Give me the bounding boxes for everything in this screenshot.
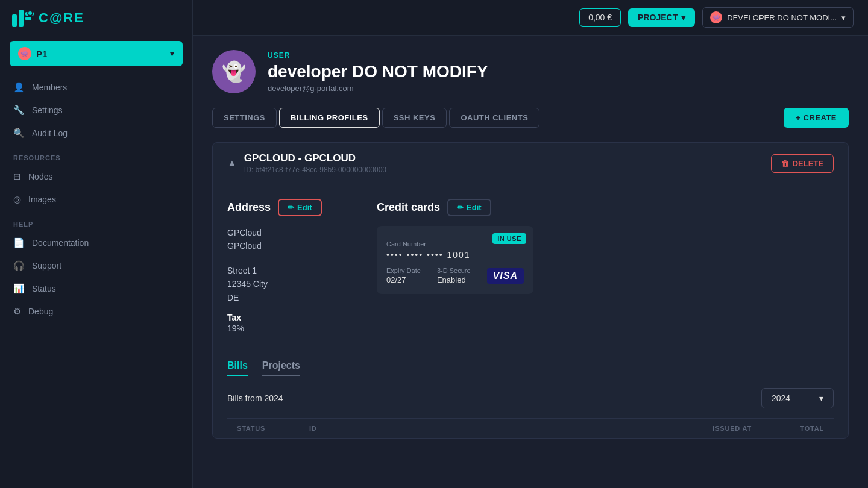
- in-use-badge: IN USE: [492, 233, 526, 244]
- billing-profile-id: ID: bf4f21c8-f77e-48cc-98b9-000000000000: [244, 166, 386, 174]
- pencil-icon: ✏: [288, 203, 294, 212]
- table-header: STATUS ID ISSUED AT TOTAL: [227, 418, 834, 438]
- address-title: Address: [227, 201, 271, 214]
- create-button[interactable]: + CREATE: [784, 108, 849, 128]
- sidebar-item-label: Support: [32, 261, 61, 271]
- sidebar-header: C@RE: [0, 0, 192, 36]
- pencil-icon: ✏: [457, 203, 464, 212]
- address-edit-button[interactable]: ✏ Edit: [278, 199, 322, 216]
- project-button[interactable]: PROJECT ▾: [628, 8, 695, 27]
- user-info: USER developer DO NOT MODIFY developer@g…: [268, 51, 488, 93]
- tab-oauth-clients[interactable]: OAUTH CLIENTS: [449, 108, 539, 128]
- credit-cards-section: Credit cards ✏ Edit IN USE Card Number •…: [377, 199, 834, 333]
- secure-value: Enabled: [437, 275, 471, 284]
- user-name: DEVELOPER DO NOT MODI...: [727, 13, 837, 22]
- year-dropdown-chevron-icon: ▾: [819, 393, 823, 403]
- collapse-button[interactable]: ▲: [227, 158, 237, 169]
- bills-tab-projects[interactable]: Projects: [262, 360, 300, 376]
- billing-card-body: Address ✏ Edit GPCloud GPCloud Street 1 …: [213, 184, 848, 348]
- sidebar-item-debug[interactable]: ⚙ Debug: [5, 300, 187, 323]
- sidebar-item-images[interactable]: ◎ Images: [5, 188, 187, 211]
- topbar: 0,00 € PROJECT ▾ 👾 DEVELOPER DO NOT MODI…: [193, 0, 868, 36]
- audit-icon: 🔍: [13, 128, 25, 139]
- user-display-name: developer DO NOT MODIFY: [268, 62, 488, 81]
- sidebar-item-members[interactable]: 👤 Members: [5, 76, 187, 99]
- sidebar-item-nodes[interactable]: ⊟ Nodes: [5, 165, 187, 188]
- docs-icon: 📄: [13, 237, 25, 248]
- balance-badge: 0,00 €: [579, 8, 621, 27]
- credit-cards-edit-button[interactable]: ✏ Edit: [447, 199, 491, 216]
- user-profile-header: 👻 USER developer DO NOT MODIFY developer…: [212, 50, 849, 93]
- sidebar-item-label: Settings: [32, 105, 63, 115]
- user-avatar-small: 👾: [710, 11, 722, 23]
- billing-profile-title: GPCLOUD - GPCLOUD: [244, 152, 386, 164]
- tax-label: Tax: [227, 313, 348, 322]
- billing-card: ▲ GPCLOUD - GPCLOUD ID: bf4f21c8-f77e-48…: [212, 142, 849, 439]
- members-icon: 👤: [13, 82, 25, 93]
- visa-logo: VISA: [487, 268, 524, 284]
- sidebar-item-label: Members: [32, 83, 67, 92]
- svg-rect-3: [25, 17, 31, 20]
- th-total: TOTAL: [752, 425, 824, 432]
- th-status: STATUS: [237, 425, 309, 432]
- content-area: 👻 USER developer DO NOT MODIFY developer…: [193, 36, 868, 488]
- sidebar-item-label: Status: [32, 284, 56, 293]
- tab-billing-profiles[interactable]: BILLING PROFILES: [279, 108, 380, 128]
- bills-header-row: Bills from 2024 2024 ▾: [227, 388, 834, 408]
- user-button[interactable]: 👾 DEVELOPER DO NOT MODI... ▾: [702, 7, 854, 28]
- sidebar-item-settings[interactable]: 🔧 Settings: [5, 99, 187, 122]
- sidebar-nav: 👤 Members 🔧 Settings 🔍 Audit Log RESOURC…: [0, 76, 192, 488]
- bills-tabs: Bills Projects: [227, 360, 834, 376]
- project-btn-chevron-icon: ▾: [681, 13, 685, 22]
- profile-tabs: SETTINGS BILLING PROFILES SSH KEYS OAUTH…: [212, 108, 539, 128]
- expiry-value: 02/27: [386, 275, 421, 284]
- delete-button[interactable]: 🗑 DELETE: [771, 154, 834, 173]
- sidebar: C@RE 👾 P1 ▾ 👤 Members 🔧 Settings 🔍 Audit…: [0, 0, 193, 488]
- trash-icon: 🗑: [781, 159, 789, 168]
- sidebar-item-label: Audit Log: [32, 128, 68, 138]
- debug-icon: ⚙: [13, 306, 21, 317]
- logo: C@RE: [12, 10, 84, 27]
- bills-year-label: Bills from 2024: [227, 393, 283, 403]
- tabs-row: SETTINGS BILLING PROFILES SSH KEYS OAUTH…: [212, 108, 849, 128]
- address-line-5: DE: [227, 291, 348, 304]
- user-role-label: USER: [268, 51, 488, 60]
- address-header: Address ✏ Edit: [227, 199, 348, 216]
- th-id: ID: [309, 425, 631, 432]
- address-line-4: 12345 City: [227, 277, 348, 290]
- year-dropdown[interactable]: 2024 ▾: [761, 388, 834, 408]
- address-line-3: Street 1: [227, 264, 348, 277]
- sidebar-item-label: Nodes: [28, 172, 52, 181]
- logo-text: C@RE: [39, 10, 84, 26]
- project-selector[interactable]: 👾 P1 ▾: [10, 41, 183, 66]
- svg-rect-1: [19, 10, 24, 27]
- nodes-icon: ⊟: [13, 171, 21, 182]
- sidebar-item-support[interactable]: 🎧 Support: [5, 254, 187, 277]
- edit-btn-label: Edit: [467, 203, 482, 212]
- help-section-label: HELP: [5, 211, 187, 231]
- status-icon: 📊: [13, 283, 25, 294]
- tab-settings[interactable]: SETTINGS: [212, 108, 277, 128]
- billing-card-header: ▲ GPCLOUD - GPCLOUD ID: bf4f21c8-f77e-48…: [213, 143, 848, 184]
- project-btn-label: PROJECT: [638, 13, 678, 22]
- settings-icon: 🔧: [13, 105, 25, 116]
- secure-label: 3-D Secure: [437, 267, 471, 274]
- billing-card-header-left: ▲ GPCLOUD - GPCLOUD ID: bf4f21c8-f77e-48…: [227, 152, 386, 174]
- sidebar-item-audit-log[interactable]: 🔍 Audit Log: [5, 122, 187, 145]
- sidebar-item-documentation[interactable]: 📄 Documentation: [5, 231, 187, 254]
- th-issued-at: ISSUED AT: [631, 425, 752, 432]
- logo-icon: [12, 10, 34, 27]
- expiry-label: Expiry Date: [386, 267, 421, 274]
- svg-rect-0: [12, 14, 17, 27]
- bills-tab-bills[interactable]: Bills: [227, 360, 248, 376]
- edit-btn-label: Edit: [297, 203, 312, 212]
- images-icon: ◎: [13, 194, 21, 205]
- sidebar-item-status[interactable]: 📊 Status: [5, 277, 187, 300]
- user-email: developer@g-portal.com: [268, 84, 488, 93]
- delete-btn-label: DELETE: [793, 159, 823, 168]
- tab-ssh-keys[interactable]: SSH KEYS: [382, 108, 447, 128]
- address-section: Address ✏ Edit GPCloud GPCloud Street 1 …: [227, 199, 348, 333]
- project-avatar: 👾: [18, 47, 31, 60]
- project-chevron-icon: ▾: [170, 49, 174, 58]
- credit-cards-header: Credit cards ✏ Edit: [377, 199, 834, 216]
